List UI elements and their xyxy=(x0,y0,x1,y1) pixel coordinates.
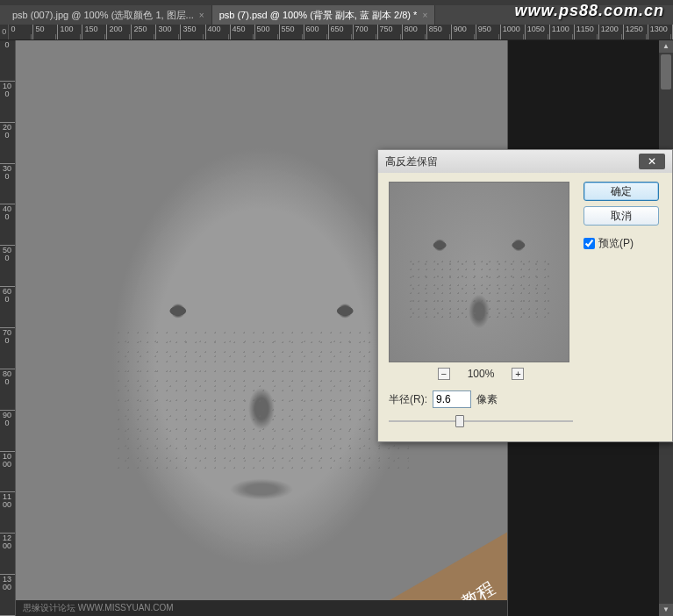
close-icon[interactable]: ✕ xyxy=(639,154,665,169)
ruler-corner: 0 xyxy=(0,25,9,39)
scroll-down-icon[interactable]: ▼ xyxy=(659,604,673,616)
filter-preview[interactable] xyxy=(389,182,569,362)
ruler-vertical[interactable]: 0 100 200 300 400 500 600 700 800 900 10… xyxy=(0,40,16,616)
radius-label: 半径(R): xyxy=(389,392,427,407)
radius-input[interactable] xyxy=(433,390,471,408)
cancel-button[interactable]: 取消 xyxy=(584,206,659,226)
ok-button[interactable]: 确定 xyxy=(584,182,659,201)
zoom-out-button[interactable]: − xyxy=(438,368,450,380)
dialog-title: 高反差保留 xyxy=(385,154,438,169)
close-icon[interactable]: × xyxy=(422,11,427,20)
scroll-up-icon[interactable]: ▲ xyxy=(659,40,673,53)
watermark-url: www.ps88.com.cn xyxy=(515,2,664,20)
high-pass-dialog[interactable]: 高反差保留 ✕ − 100% + 半径(R): 像素 确定 取 xyxy=(377,149,673,442)
radius-slider[interactable] xyxy=(389,413,573,429)
preview-image xyxy=(390,183,569,362)
scroll-thumb[interactable] xyxy=(661,54,671,90)
zoom-percent: 100% xyxy=(468,368,495,380)
zoom-in-button[interactable]: + xyxy=(512,368,524,380)
tab-label: psb (7).psd @ 100% (背景 副本, 蓝 副本 2/8) * xyxy=(219,9,418,22)
preview-checkbox-row[interactable]: 预览(P) xyxy=(584,236,659,251)
close-icon[interactable]: × xyxy=(199,11,204,20)
radius-unit: 像素 xyxy=(476,392,498,407)
tab-document-2[interactable]: psb (7).psd @ 100% (背景 副本, 蓝 副本 2/8) * × xyxy=(212,5,436,25)
ruler-horizontal[interactable]: 0 0 50 100 150 200 250 300 350 400 450 5… xyxy=(0,25,673,40)
preview-checkbox[interactable] xyxy=(584,238,595,249)
tab-document-1[interactable]: psb (007).jpg @ 100% (选取颜色 1, 图层... × xyxy=(5,5,212,25)
slider-thumb[interactable] xyxy=(455,415,464,427)
footer-watermark: 思缘设计论坛 WWW.MISSYUAN.COM xyxy=(16,600,507,616)
tab-label: psb (007).jpg @ 100% (选取颜色 1, 图层... xyxy=(12,9,194,22)
dialog-titlebar[interactable]: 高反差保留 ✕ xyxy=(378,150,672,173)
preview-checkbox-label: 预览(P) xyxy=(598,236,634,251)
